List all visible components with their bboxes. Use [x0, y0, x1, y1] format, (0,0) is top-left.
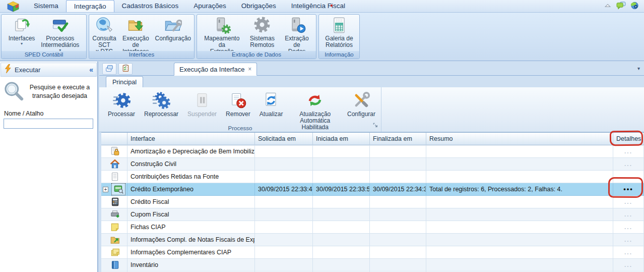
note-icon [110, 222, 120, 232]
button-label: Suspender [187, 111, 217, 118]
details-button[interactable]: ... [624, 249, 632, 256]
table-row[interactable]: Inventário... [101, 259, 644, 271]
details-button[interactable]: ... [624, 211, 632, 218]
column-header-solicitada[interactable]: Solicitada em [255, 133, 313, 145]
cell-iniciada-em [313, 246, 370, 259]
column-header-interface[interactable]: Interface [127, 133, 255, 145]
button-label: Sistemas Remotos [250, 35, 275, 48]
table-row[interactable]: Contribuições Retidas na Fonte... [101, 171, 644, 183]
name-shortcut-label: Nome / Atalho [0, 103, 97, 119]
cell-resumo: Total de registros: 6, Processados: 2, F… [426, 183, 613, 196]
cell-detalhes: ... [613, 246, 644, 259]
details-button[interactable]: ... [624, 236, 632, 243]
book-icon [110, 260, 120, 270]
chat-icon[interactable] [616, 2, 626, 10]
close-tab-icon[interactable]: × [248, 66, 251, 73]
atualizar-button[interactable]: Atualizar [255, 89, 288, 131]
table-row[interactable]: Amortização e Depreciação de Bem Imobili… [101, 145, 644, 158]
cell-solicitada-em [255, 171, 313, 183]
table-row[interactable]: Cupom Fiscal... [101, 208, 644, 221]
server-play-icon [288, 16, 306, 35]
interfaces-button[interactable]: Interfaces ▾ [6, 15, 38, 45]
tab-list-dropdown-icon[interactable]: ▾ [637, 66, 640, 71]
cell-interface: Construção Civil [127, 158, 255, 171]
column-header-detalhes[interactable]: Detalhes [613, 133, 644, 145]
details-button[interactable]: ... [624, 224, 632, 231]
house-icon [110, 159, 120, 169]
menu-tab-sistema[interactable]: Sistema [26, 0, 66, 12]
processos-intermediarios-button[interactable]: Processos Intermediários ▾ [38, 15, 82, 52]
process-toolbar: ProcessarReprocessarSuspenderRemoverAtua… [99, 87, 644, 132]
remover-button[interactable]: Remover [221, 89, 255, 131]
globe-icon [95, 16, 113, 35]
row-expander[interactable]: + [103, 187, 108, 192]
sidebar-executar: Executar « Pesquise e execute a transaçã… [0, 62, 98, 272]
details-button[interactable]: ... [624, 198, 632, 205]
consulta-sct-dtc-button[interactable]: Consulta SCT x DTC [89, 15, 119, 55]
table-row[interactable]: +Crédito Extemporâneo30/09/2015 22:33:41… [101, 183, 644, 196]
column-header-icon[interactable] [101, 133, 127, 145]
cell-finalizada-em [370, 196, 426, 208]
table-row[interactable]: Crédito Fiscal... [101, 196, 644, 208]
column-header-finalizada[interactable]: Finalizada em [370, 133, 426, 145]
collapse-panel-icon[interactable]: « [89, 66, 93, 74]
details-button[interactable]: ... [624, 173, 632, 180]
atualiza-o-autom-tica-button[interactable]: Atualização Automática Habilitada [287, 89, 342, 131]
cell-finalizada-em [370, 234, 426, 246]
mapeamento-da-extracao-button[interactable]: Mapeamento da Extração [197, 15, 247, 55]
table-row[interactable]: Informações Compl. de Notas Fiscais de E… [101, 234, 644, 246]
menu-tab-integracao[interactable]: Integração [66, 0, 114, 12]
processar-button[interactable]: Processar [103, 89, 140, 131]
auto-refresh-icon [306, 90, 324, 111]
reprocessar-button[interactable]: Reprocessar [140, 89, 183, 131]
cell-detalhes: ... [613, 145, 644, 158]
table-row[interactable]: Fichas CIAP... [101, 221, 644, 234]
menu-tab-inteligencia-fiscal[interactable]: Inteligência Fiscal [284, 0, 353, 12]
menu-tab-apuracoes[interactable]: Apurações [186, 0, 234, 12]
table-row[interactable]: Construção Civil... [101, 158, 644, 171]
galeria-de-relatorios-button[interactable]: Galeria de Relatórios [322, 15, 356, 48]
cell-detalhes: ... [613, 208, 644, 221]
menu-tab-obrigacoes[interactable]: Obrigações [234, 0, 284, 12]
cell-solicitada-em [255, 221, 313, 234]
suspender-button: Suspender [183, 89, 221, 131]
details-button[interactable]: ... [624, 148, 632, 155]
column-header-iniciada[interactable]: Iniciada em [313, 133, 370, 145]
button-label: Processar [108, 111, 135, 118]
details-button[interactable]: ... [624, 160, 632, 168]
menu-tab-cadastros-basicos[interactable]: Cadastros Básicos [114, 0, 186, 12]
window-list-button[interactable] [102, 63, 116, 75]
execucao-de-interfaces-button[interactable]: Execução de Interfaces [119, 15, 152, 55]
app-logo-icon[interactable] [0, 1, 26, 12]
column-header-resumo[interactable]: Resumo [426, 133, 613, 145]
document-lock-icon [110, 146, 120, 156]
cell-detalhes: ... [613, 158, 644, 171]
details-button[interactable]: ••• [623, 185, 633, 193]
collapse-ribbon-icon[interactable] [604, 2, 612, 9]
tab-execucao-da-interface[interactable]: Execução da Interface × [174, 63, 257, 76]
name-shortcut-input[interactable] [4, 119, 93, 129]
sistemas-remotos-button[interactable]: Sistemas Remotos [247, 15, 278, 48]
cell-resumo [426, 208, 613, 221]
ribbon-group-interfaces: Consulta SCT x DTC Execução de Interface… [89, 14, 195, 59]
refresh-doc-icon [262, 90, 280, 111]
task-list-button[interactable] [118, 63, 133, 75]
grid-body: Amortização e Depreciação de Bem Imobili… [101, 145, 644, 272]
extracao-de-dados-button[interactable]: Extração de Dados [278, 15, 316, 55]
cell-iniciada-em [313, 221, 370, 234]
cell-interface: Contribuições Retidas na Fonte [127, 171, 255, 183]
dialog-launcher-icon[interactable] [373, 121, 378, 130]
details-button[interactable]: ... [624, 261, 632, 268]
tab-principal[interactable]: Principal [106, 76, 143, 87]
table-row[interactable]: Informações Complementares CIAP... [101, 246, 644, 259]
messenger-globe-icon[interactable] [630, 2, 639, 10]
cell-solicitada-em [255, 208, 313, 221]
document-icon [110, 172, 120, 182]
group-caption: Interfaces [89, 51, 194, 59]
configuracao-button[interactable]: Configuração [152, 15, 194, 42]
cell-icon [101, 259, 127, 271]
group-caption: Extração de Dados [197, 51, 316, 59]
lightning-icon [4, 64, 12, 76]
folder-wrench-icon [164, 16, 182, 35]
cards-check-icon [51, 16, 69, 35]
